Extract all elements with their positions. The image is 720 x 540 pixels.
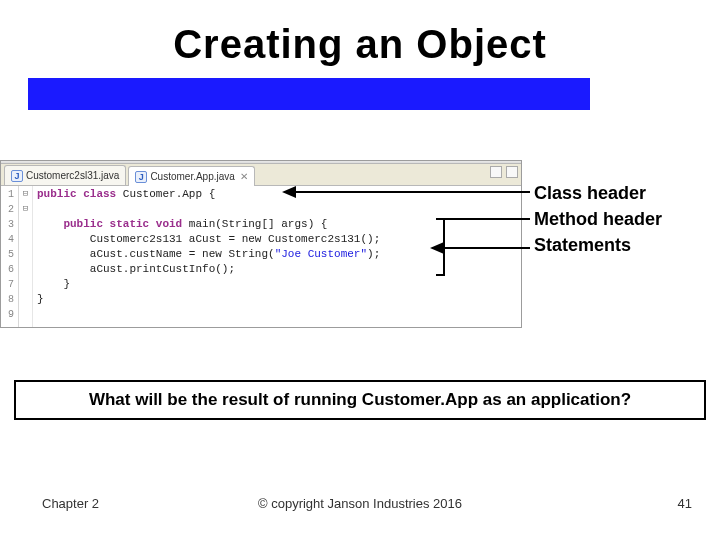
restore-icon[interactable] xyxy=(490,166,502,178)
arrow-head-icon xyxy=(430,242,444,254)
question-box: What will be the result of running Custo… xyxy=(14,380,706,420)
code-body: public class Customer.App { public stati… xyxy=(33,186,521,327)
arrow-statements xyxy=(443,247,530,249)
string-literal: "Joe Customer" xyxy=(275,248,367,260)
code-text: } xyxy=(37,293,44,305)
title-underline-bar xyxy=(28,78,590,110)
arrow-method-header xyxy=(443,218,530,220)
slide-title: Creating an Object xyxy=(0,22,720,67)
editor-tab-bar: J Customerc2sl31.java J Customer.App.jav… xyxy=(1,164,521,186)
slide-footer: Chapter 2 © copyright Janson Industries … xyxy=(0,496,720,516)
label-class-header: Class header xyxy=(534,180,719,206)
java-file-icon: J xyxy=(135,171,147,183)
keyword: public static void xyxy=(63,218,182,230)
code-text: main(String[] args) { xyxy=(182,218,327,230)
line-number-gutter: 1 2 3 4 5 6 7 8 9 xyxy=(1,186,19,327)
arrow-head-icon xyxy=(282,186,296,198)
editor-toolbar-icons xyxy=(490,166,518,178)
code-text: aCust.printCustInfo(); xyxy=(37,263,235,275)
code-text: } xyxy=(37,278,70,290)
code-text: ); xyxy=(367,248,380,260)
question-text: What will be the result of running Custo… xyxy=(89,390,631,409)
java-file-icon: J xyxy=(11,170,23,182)
editor-tab-active[interactable]: J Customer.App.java ✕ xyxy=(128,166,255,186)
editor-tab-inactive[interactable]: J Customerc2sl31.java xyxy=(4,165,126,185)
code-text: Customer.App { xyxy=(116,188,215,200)
close-icon[interactable]: ✕ xyxy=(240,171,248,182)
editor-tab-label: Customerc2sl31.java xyxy=(26,170,119,181)
menu-icon[interactable] xyxy=(506,166,518,178)
label-statements: Statements xyxy=(534,232,719,258)
code-text: aCust.custName = new String( xyxy=(37,248,275,260)
code-text: Customerc2s131 aCust = new Customerc2s13… xyxy=(37,233,380,245)
statements-bracket-bottom xyxy=(436,274,445,276)
annotation-labels: Class header Method header Statements xyxy=(534,180,719,258)
footer-copyright: © copyright Janson Industries 2016 xyxy=(0,496,720,511)
footer-page-number: 41 xyxy=(678,496,692,511)
keyword: public class xyxy=(37,188,116,200)
fold-column: ⊟ ⊟ xyxy=(19,186,33,327)
editor-tab-label: Customer.App.java xyxy=(150,171,235,182)
label-method-header: Method header xyxy=(534,206,719,232)
arrow-class-header xyxy=(295,191,530,193)
